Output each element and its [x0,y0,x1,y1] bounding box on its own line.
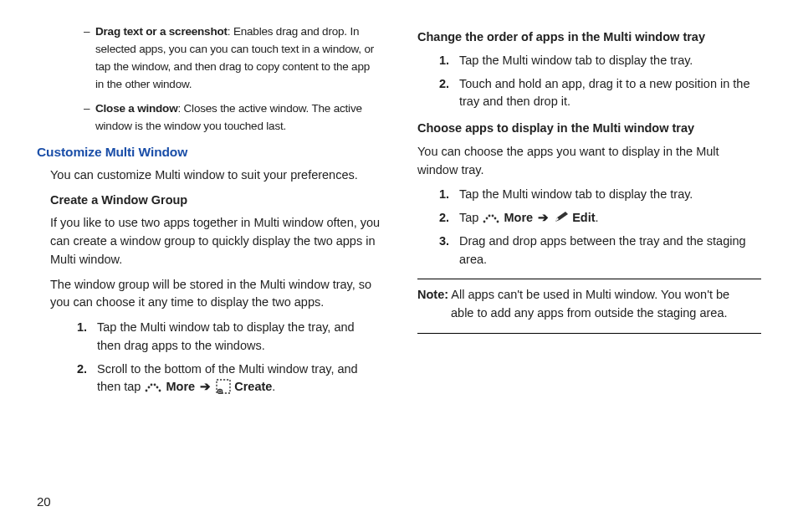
svg-point-15 [497,221,499,223]
more-icon [144,380,162,390]
create-group-steps: 1. Tap the Multi window tab to display t… [50,319,381,396]
manual-page: – Drag text or a screenshot: Enables dra… [0,0,798,532]
note-first-line: Note: All apps can't be used in Multi wi… [417,288,729,301]
step-text-pre: Tap [459,211,482,224]
svg-point-11 [486,217,489,220]
dash-icon: – [84,100,95,136]
step-body: Scroll to the bottom of the Multi window… [97,361,381,397]
step-number: 2. [50,361,97,397]
step-number: 1. [417,52,459,70]
step-body: Tap the Multi window tab to display the … [97,319,381,356]
create-group-p1: If you like to use two apps together in … [50,214,381,269]
svg-point-2 [151,384,153,386]
two-column-layout: – Drag text or a screenshot: Enables dra… [37,23,761,405]
step-number: 2. [417,209,459,228]
list-item: 2. Tap [417,209,761,228]
list-item: 2. Scroll to the bottom of the Multi win… [50,361,381,397]
step-number: 3. [417,233,459,269]
create-group-p2: The window group will be stored in the M… [50,276,381,313]
step-number: 1. [50,319,97,356]
page-number: 20 [37,494,51,509]
note-text-rest: able to add any apps from outside the st… [417,304,761,323]
list-item: 1. Tap the Multi window tab to display t… [50,319,381,356]
step-body: Tap [459,209,761,228]
bullet-body: Drag text or a screenshot: Enables drag … [95,23,381,94]
svg-point-13 [492,215,494,217]
period: . [272,380,275,393]
bullet-drag-text: – Drag text or a screenshot: Enables dra… [37,23,381,94]
note-text-first: All apps can't be used in Multi window. … [448,288,729,301]
note: Note: All apps can't be used in Multi wi… [417,286,761,323]
intro-paragraph: You can customize Multi window to suit y… [50,166,381,185]
choose-apps-steps: 1. Tap the Multi window tab to display t… [417,186,761,269]
divider [417,279,761,279]
bullet-close-window: – Close a window: Closes the active wind… [37,100,381,136]
step-number: 1. [417,186,459,204]
change-order-steps: 1. Tap the Multi window tab to display t… [417,52,761,111]
svg-point-1 [148,386,151,389]
bullet-body: Close a window: Closes the active window… [95,100,381,136]
step-body: Tap the Multi window tab to display the … [459,52,761,70]
arrow-icon: ➔ [198,380,212,393]
list-item: 3. Drag and drop apps between the tray a… [417,233,761,269]
svg-point-12 [489,215,491,217]
subheading-choose-apps: Choose apps to display in the Multi wind… [417,120,761,138]
section-title-customize: Customize Multi Window [37,142,381,161]
subheading-create-group: Create a Window Group [50,192,381,210]
create-label: Create [234,380,272,393]
list-item: 2. Touch and hold an app, drag it to a n… [417,75,761,112]
list-item: 1. Tap the Multi window tab to display t… [417,186,761,204]
period: . [596,211,599,224]
left-column: – Drag text or a screenshot: Enables dra… [37,23,381,405]
subheading-change-order: Change the order of apps in the Multi wi… [417,28,761,47]
step-body: Touch and hold an app, drag it to a new … [459,75,761,112]
svg-point-10 [483,221,486,223]
edit-icon [554,211,569,223]
svg-point-4 [156,386,159,389]
dash-icon: – [84,23,95,94]
right-column: Change the order of apps in the Multi wi… [417,23,761,405]
arrow-icon: ➔ [536,211,550,224]
more-label: More [504,211,533,224]
more-label: More [166,380,195,393]
list-item: 1. Tap the Multi window tab to display t… [417,52,761,70]
choose-apps-intro: You can choose the apps you want to disp… [417,143,761,180]
divider [417,333,761,334]
edit-label: Edit [572,211,595,224]
svg-point-0 [146,390,148,392]
step-body: Drag and drop apps between the tray and … [459,233,761,269]
step-body: Tap the Multi window tab to display the … [459,186,761,204]
note-label: Note: [417,288,448,301]
bullet-title: Drag text or a screenshot [95,25,228,38]
bullet-title: Close a window [95,102,177,115]
svg-point-3 [154,384,156,386]
svg-point-5 [159,390,161,392]
svg-point-14 [494,217,497,220]
create-icon [216,379,231,394]
more-icon [482,211,500,221]
step-number: 2. [417,75,459,112]
